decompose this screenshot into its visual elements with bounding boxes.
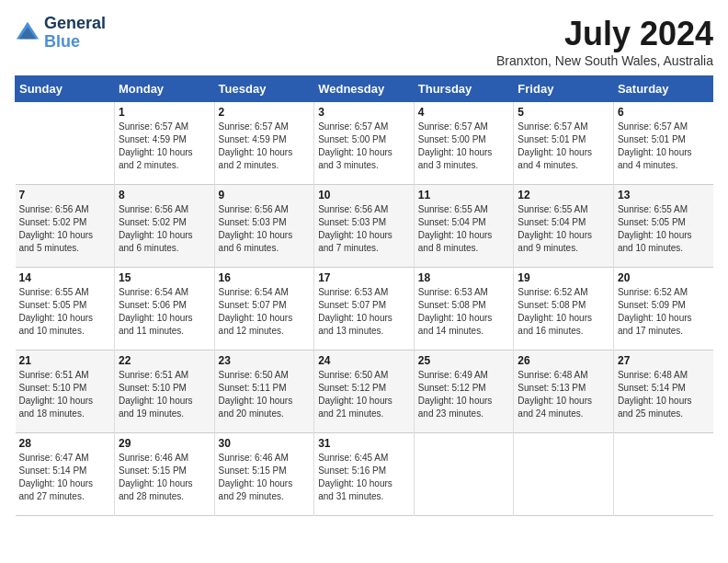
- calendar-cell: 3Sunrise: 6:57 AM Sunset: 5:00 PM Daylig…: [314, 102, 415, 185]
- day-number: 17: [318, 271, 410, 284]
- location-subtitle: Branxton, New South Wales, Australia: [496, 53, 713, 68]
- calendar-cell: 2Sunrise: 6:57 AM Sunset: 4:59 PM Daylig…: [214, 102, 314, 185]
- day-info: Sunrise: 6:57 AM Sunset: 5:00 PM Dayligh…: [418, 121, 510, 172]
- day-info: Sunrise: 6:46 AM Sunset: 5:15 PM Dayligh…: [219, 452, 311, 503]
- calendar-cell: 13Sunrise: 6:55 AM Sunset: 5:05 PM Dayli…: [613, 185, 712, 268]
- day-info: Sunrise: 6:57 AM Sunset: 4:59 PM Dayligh…: [119, 121, 210, 172]
- day-number: 15: [119, 271, 210, 284]
- day-info: Sunrise: 6:51 AM Sunset: 5:10 PM Dayligh…: [119, 369, 210, 420]
- page-header: General Blue July 2024 Branxton, New Sou…: [15, 15, 713, 68]
- day-number: 24: [318, 354, 410, 367]
- day-header-saturday: Saturday: [613, 76, 712, 102]
- calendar-cell: 7Sunrise: 6:56 AM Sunset: 5:02 PM Daylig…: [16, 185, 115, 268]
- calendar-week-1: 1Sunrise: 6:57 AM Sunset: 4:59 PM Daylig…: [16, 102, 713, 185]
- calendar-cell: 9Sunrise: 6:56 AM Sunset: 5:03 PM Daylig…: [214, 185, 314, 268]
- day-number: 11: [418, 189, 510, 201]
- calendar-week-3: 14Sunrise: 6:55 AM Sunset: 5:05 PM Dayli…: [16, 268, 713, 350]
- calendar-header: SundayMondayTuesdayWednesdayThursdayFrid…: [16, 76, 713, 102]
- day-info: Sunrise: 6:57 AM Sunset: 4:59 PM Dayligh…: [219, 121, 311, 172]
- logo: General Blue: [15, 15, 106, 52]
- calendar-cell: 12Sunrise: 6:55 AM Sunset: 5:04 PM Dayli…: [514, 185, 614, 268]
- day-number: 23: [219, 354, 311, 367]
- day-info: Sunrise: 6:45 AM Sunset: 5:16 PM Dayligh…: [318, 452, 410, 503]
- calendar-cell: 15Sunrise: 6:54 AM Sunset: 5:06 PM Dayli…: [114, 268, 214, 350]
- day-number: 25: [418, 354, 510, 367]
- day-number: 27: [618, 354, 710, 367]
- day-info: Sunrise: 6:55 AM Sunset: 5:04 PM Dayligh…: [418, 203, 510, 255]
- day-info: Sunrise: 6:57 AM Sunset: 5:01 PM Dayligh…: [518, 121, 609, 172]
- day-number: 29: [119, 437, 210, 450]
- day-header-monday: Monday: [114, 76, 214, 102]
- calendar-cell: [414, 433, 514, 516]
- day-number: 4: [418, 106, 510, 119]
- day-info: Sunrise: 6:53 AM Sunset: 5:07 PM Dayligh…: [318, 286, 410, 338]
- calendar-table: SundayMondayTuesdayWednesdayThursdayFrid…: [15, 75, 713, 516]
- calendar-cell: [613, 433, 712, 516]
- calendar-cell: 6Sunrise: 6:57 AM Sunset: 5:01 PM Daylig…: [613, 102, 712, 185]
- day-header-wednesday: Wednesday: [314, 76, 415, 102]
- calendar-cell: 31Sunrise: 6:45 AM Sunset: 5:16 PM Dayli…: [314, 433, 415, 516]
- calendar-week-2: 7Sunrise: 6:56 AM Sunset: 5:02 PM Daylig…: [16, 185, 713, 268]
- calendar-cell: [16, 102, 115, 185]
- day-info: Sunrise: 6:47 AM Sunset: 5:14 PM Dayligh…: [19, 452, 110, 503]
- calendar-cell: 21Sunrise: 6:51 AM Sunset: 5:10 PM Dayli…: [16, 350, 115, 433]
- day-info: Sunrise: 6:48 AM Sunset: 5:13 PM Dayligh…: [518, 369, 609, 420]
- calendar-cell: [514, 433, 614, 516]
- calendar-cell: 20Sunrise: 6:52 AM Sunset: 5:09 PM Dayli…: [613, 268, 712, 350]
- day-info: Sunrise: 6:56 AM Sunset: 5:03 PM Dayligh…: [318, 203, 410, 255]
- calendar-cell: 10Sunrise: 6:56 AM Sunset: 5:03 PM Dayli…: [314, 185, 415, 268]
- calendar-cell: 25Sunrise: 6:49 AM Sunset: 5:12 PM Dayli…: [414, 350, 514, 433]
- calendar-cell: 5Sunrise: 6:57 AM Sunset: 5:01 PM Daylig…: [514, 102, 614, 185]
- day-number: 3: [318, 106, 410, 119]
- day-info: Sunrise: 6:55 AM Sunset: 5:05 PM Dayligh…: [618, 203, 710, 255]
- calendar-cell: 16Sunrise: 6:54 AM Sunset: 5:07 PM Dayli…: [214, 268, 314, 350]
- day-number: 28: [19, 437, 110, 450]
- day-info: Sunrise: 6:51 AM Sunset: 5:10 PM Dayligh…: [19, 369, 110, 420]
- day-info: Sunrise: 6:56 AM Sunset: 5:02 PM Dayligh…: [119, 203, 210, 255]
- day-info: Sunrise: 6:49 AM Sunset: 5:12 PM Dayligh…: [418, 369, 510, 420]
- day-number: 30: [219, 437, 311, 450]
- logo-text-line1: General: [44, 15, 106, 33]
- day-header-sunday: Sunday: [16, 76, 115, 102]
- day-number: 31: [318, 437, 410, 450]
- day-number: 18: [418, 271, 510, 284]
- day-info: Sunrise: 6:55 AM Sunset: 5:04 PM Dayligh…: [518, 203, 609, 255]
- day-number: 12: [518, 189, 609, 201]
- calendar-cell: 14Sunrise: 6:55 AM Sunset: 5:05 PM Dayli…: [16, 268, 115, 350]
- calendar-cell: 22Sunrise: 6:51 AM Sunset: 5:10 PM Dayli…: [114, 350, 214, 433]
- calendar-cell: 28Sunrise: 6:47 AM Sunset: 5:14 PM Dayli…: [16, 433, 115, 516]
- day-number: 10: [318, 189, 410, 201]
- day-info: Sunrise: 6:50 AM Sunset: 5:11 PM Dayligh…: [219, 369, 311, 420]
- calendar-cell: 27Sunrise: 6:48 AM Sunset: 5:14 PM Dayli…: [613, 350, 712, 433]
- day-number: 14: [19, 271, 110, 284]
- calendar-cell: 8Sunrise: 6:56 AM Sunset: 5:02 PM Daylig…: [114, 185, 214, 268]
- calendar-cell: 19Sunrise: 6:52 AM Sunset: 5:08 PM Dayli…: [514, 268, 614, 350]
- day-number: 21: [19, 354, 110, 367]
- calendar-cell: 26Sunrise: 6:48 AM Sunset: 5:13 PM Dayli…: [514, 350, 614, 433]
- day-number: 16: [219, 271, 311, 284]
- calendar-cell: 30Sunrise: 6:46 AM Sunset: 5:15 PM Dayli…: [214, 433, 314, 516]
- day-number: 7: [19, 189, 110, 201]
- calendar-cell: 1Sunrise: 6:57 AM Sunset: 4:59 PM Daylig…: [114, 102, 214, 185]
- day-info: Sunrise: 6:46 AM Sunset: 5:15 PM Dayligh…: [119, 452, 210, 503]
- calendar-week-5: 28Sunrise: 6:47 AM Sunset: 5:14 PM Dayli…: [16, 433, 713, 516]
- calendar-cell: 18Sunrise: 6:53 AM Sunset: 5:08 PM Dayli…: [414, 268, 514, 350]
- day-number: 20: [618, 271, 710, 284]
- day-number: 8: [119, 189, 210, 201]
- day-number: 26: [518, 354, 609, 367]
- day-info: Sunrise: 6:54 AM Sunset: 5:07 PM Dayligh…: [219, 286, 311, 338]
- day-number: 13: [618, 189, 710, 201]
- days-header-row: SundayMondayTuesdayWednesdayThursdayFrid…: [16, 76, 713, 102]
- day-info: Sunrise: 6:57 AM Sunset: 5:01 PM Dayligh…: [618, 121, 710, 172]
- day-info: Sunrise: 6:53 AM Sunset: 5:08 PM Dayligh…: [418, 286, 510, 338]
- day-number: 2: [219, 106, 311, 119]
- day-info: Sunrise: 6:50 AM Sunset: 5:12 PM Dayligh…: [318, 369, 410, 420]
- day-header-thursday: Thursday: [414, 76, 514, 102]
- logo-text-line2: Blue: [44, 33, 106, 52]
- month-year-title: July 2024: [496, 15, 713, 53]
- day-info: Sunrise: 6:56 AM Sunset: 5:03 PM Dayligh…: [219, 203, 311, 255]
- calendar-cell: 17Sunrise: 6:53 AM Sunset: 5:07 PM Dayli…: [314, 268, 415, 350]
- logo-icon: [15, 20, 40, 46]
- calendar-week-4: 21Sunrise: 6:51 AM Sunset: 5:10 PM Dayli…: [16, 350, 713, 433]
- day-number: 1: [119, 106, 210, 119]
